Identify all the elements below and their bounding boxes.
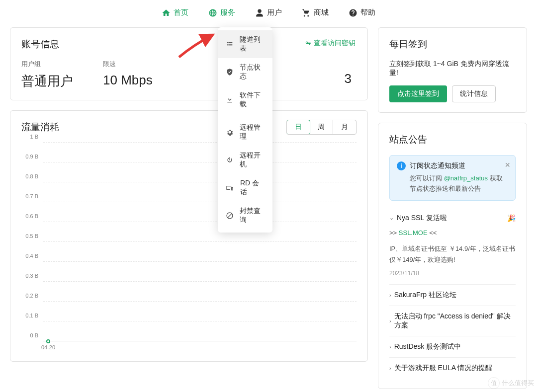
announce-head[interactable]: ›无法启动 frpc "Access is denied" 解决方案 bbox=[389, 312, 516, 330]
grid-line bbox=[43, 301, 357, 302]
menu-remote-power-label: 远程开机 bbox=[240, 151, 265, 169]
chart-y-axis: 0 B0.1 B0.2 B0.3 B0.4 B0.5 B0.6 B0.7 B0.… bbox=[21, 143, 41, 341]
gear-icon bbox=[226, 128, 234, 137]
menu-software-download[interactable]: 软件下载 bbox=[218, 86, 272, 114]
close-icon[interactable]: × bbox=[505, 160, 510, 169]
hidden-value-tail: 3 bbox=[345, 71, 352, 86]
nav-home-label: 首页 bbox=[174, 8, 188, 17]
announce-title: SakuraFrp 社区论坛 bbox=[394, 291, 456, 300]
home-icon bbox=[162, 8, 171, 17]
menu-remote-mgmt[interactable]: 远程管理 bbox=[218, 118, 272, 146]
nav-store[interactable]: 商城 bbox=[302, 8, 329, 17]
announce-title: 无法启动 frpc "Access is denied" 解决方案 bbox=[394, 312, 516, 330]
grid-line bbox=[43, 241, 357, 242]
group-value: 普通用户 bbox=[21, 73, 73, 90]
key-icon bbox=[305, 40, 312, 47]
menu-ban-query[interactable]: 封禁查询 bbox=[218, 202, 272, 230]
announce-list: ⌄Nya SSL 复活啦🎉>> SSL.MOE <<IP、单域名证书低至 ￥14… bbox=[389, 208, 516, 379]
grid-line bbox=[43, 142, 357, 143]
signin-card: 每日签到 立刻签到获取 1~4 GiB 免费内网穿透流量! 点击这里签到 统计信… bbox=[378, 27, 527, 113]
announce-head[interactable]: ⌄Nya SSL 复活啦🎉 bbox=[389, 214, 516, 223]
menu-remote-mgmt-label: 远程管理 bbox=[240, 123, 265, 141]
speed-label: 限速 bbox=[103, 60, 153, 69]
tab-week[interactable]: 周 bbox=[310, 120, 333, 134]
account-card: 账号信息 查看访问密钥 用户组 普通用户 限速 10 Mbps 3 bbox=[10, 27, 368, 100]
announcements-card: 站点公告 × i 订阅状态通知频道 您可以订阅 @natfrp_status 获… bbox=[378, 123, 527, 389]
status-channel-link[interactable]: @natfrp_status bbox=[444, 174, 488, 182]
power-icon bbox=[226, 156, 234, 164]
period-tabs: 日 周 月 bbox=[286, 120, 357, 135]
list-icon bbox=[226, 40, 234, 49]
devices-icon bbox=[226, 183, 234, 192]
y-tick: 0 B bbox=[30, 332, 38, 338]
grid-line bbox=[43, 202, 357, 202]
ssl-moe-link[interactable]: SSL.MOE bbox=[399, 229, 428, 236]
grid-line bbox=[43, 162, 357, 162]
y-tick: 1 B bbox=[30, 134, 38, 140]
menu-node-status[interactable]: 节点状态 bbox=[218, 58, 272, 86]
signin-button[interactable]: 点击这里签到 bbox=[389, 85, 447, 102]
grid-line bbox=[43, 182, 357, 182]
announce-date: 2023/11/18 bbox=[389, 268, 516, 278]
y-tick: 0.1 B bbox=[25, 313, 38, 318]
announce-item: ›SakuraFrp 社区论坛 bbox=[389, 285, 516, 306]
view-access-key-link[interactable]: 查看访问密钥 bbox=[305, 39, 356, 48]
top-nav: 首页 服务 用户 商城 帮助 bbox=[0, 0, 537, 27]
service-dropdown: 隧道列表 节点状态 软件下载 远程管理 远程开机 RD 会话 封禁查询 bbox=[218, 27, 272, 233]
watermark-text: 什么值得买 bbox=[502, 379, 534, 388]
y-tick: 0.3 B bbox=[25, 273, 38, 279]
menu-tunnel-list[interactable]: 隧道列表 bbox=[218, 30, 272, 58]
menu-software-download-label: 软件下载 bbox=[240, 91, 265, 109]
banner-title: 订阅状态通知频道 bbox=[410, 161, 465, 170]
menu-rd-session-label: RD 会话 bbox=[240, 179, 265, 197]
announce-item: ›关于游戏开服 EULA 情况的提醒 bbox=[389, 358, 516, 379]
y-tick: 0.7 B bbox=[25, 193, 38, 199]
tab-month[interactable]: 月 bbox=[333, 120, 356, 134]
announce-head[interactable]: ›SakuraFrp 社区论坛 bbox=[389, 291, 516, 300]
cart-icon bbox=[302, 8, 311, 17]
announce-title: RustDesk 服务测试中 bbox=[394, 342, 461, 351]
watermark-icon: 值 bbox=[488, 377, 500, 389]
nav-service-label: 服务 bbox=[220, 8, 235, 17]
announce-item: ⌄Nya SSL 复活啦🎉>> SSL.MOE <<IP、单域名证书低至 ￥14… bbox=[389, 208, 516, 285]
help-icon bbox=[349, 8, 358, 17]
stats-button[interactable]: 统计信息 bbox=[452, 85, 496, 102]
y-tick: 0.2 B bbox=[25, 293, 38, 299]
announce-head[interactable]: ›关于游戏开服 EULA 情况的提醒 bbox=[389, 364, 516, 373]
chevron-right-icon: › bbox=[389, 292, 391, 298]
signin-desc: 立刻签到获取 1~4 GiB 免费内网穿透流量! bbox=[389, 60, 516, 78]
grid-line bbox=[43, 261, 357, 262]
chart-area: 0 B0.1 B0.2 B0.3 B0.4 B0.5 B0.6 B0.7 B0.… bbox=[21, 143, 357, 351]
group-label: 用户组 bbox=[21, 60, 73, 69]
nav-help-label: 帮助 bbox=[360, 8, 375, 17]
menu-remote-power[interactable]: 远程开机 bbox=[218, 146, 272, 174]
grid-line bbox=[43, 222, 357, 222]
announcements-title: 站点公告 bbox=[389, 133, 516, 146]
user-icon bbox=[255, 8, 264, 17]
menu-rd-session[interactable]: RD 会话 bbox=[218, 174, 272, 202]
y-tick: 0.8 B bbox=[25, 173, 38, 179]
download-icon bbox=[226, 95, 234, 104]
menu-node-status-label: 节点状态 bbox=[240, 63, 265, 81]
menu-tunnel-list-label: 隧道列表 bbox=[240, 35, 265, 53]
party-icon: 🎉 bbox=[507, 214, 516, 222]
chevron-right-icon: › bbox=[389, 344, 391, 350]
info-icon: i bbox=[397, 161, 406, 170]
traffic-card: 流量消耗 日 周 月 0 B0.1 B0.2 B0.3 B0.4 B0.5 B0… bbox=[10, 110, 368, 362]
nav-user[interactable]: 用户 bbox=[255, 8, 282, 17]
announce-title: 关于游戏开服 EULA 情况的提醒 bbox=[394, 364, 493, 373]
block-icon bbox=[226, 211, 234, 220]
speed-value: 10 Mbps bbox=[103, 73, 153, 88]
tab-day[interactable]: 日 bbox=[286, 120, 310, 135]
announce-head[interactable]: ›RustDesk 服务测试中 bbox=[389, 342, 516, 351]
y-tick: 0.9 B bbox=[25, 154, 38, 159]
hidden-label bbox=[345, 60, 352, 67]
nav-service[interactable]: 服务 bbox=[208, 8, 235, 17]
nav-help[interactable]: 帮助 bbox=[349, 8, 375, 17]
nav-store-label: 商城 bbox=[314, 8, 329, 17]
view-access-key-label: 查看访问密钥 bbox=[314, 39, 356, 48]
globe-icon bbox=[208, 8, 217, 17]
chevron-down-icon: ⌄ bbox=[389, 215, 394, 221]
nav-home[interactable]: 首页 bbox=[162, 8, 188, 17]
menu-ban-query-label: 封禁查询 bbox=[240, 207, 265, 225]
